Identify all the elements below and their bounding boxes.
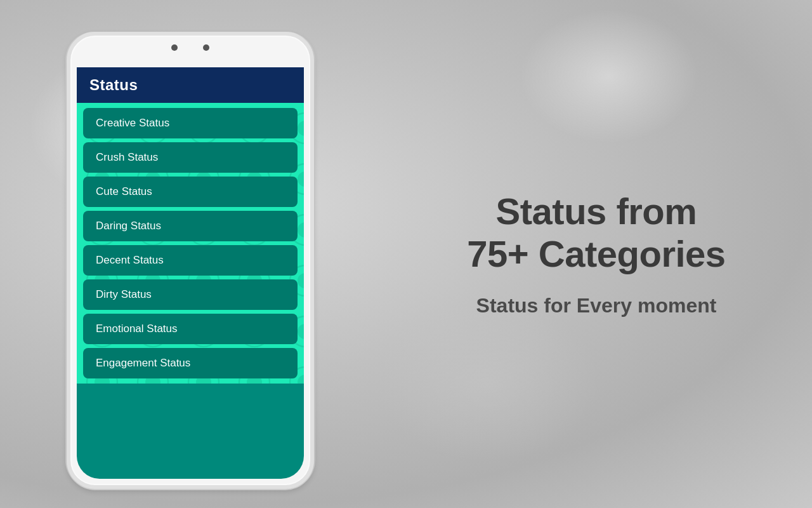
phone-wrapper: Status Creative StatusCrush StatusCute S…: [38, 0, 343, 508]
phone-screen: Status Creative StatusCrush StatusCute S…: [77, 67, 304, 479]
phone-frame: Status Creative StatusCrush StatusCute S…: [67, 32, 314, 489]
list-item[interactable]: Cute Status: [83, 177, 298, 207]
list-item[interactable]: Daring Status: [83, 211, 298, 241]
phone-dot-right: [203, 44, 209, 51]
list-item[interactable]: Creative Status: [83, 108, 298, 138]
app-list: Creative StatusCrush StatusCute StatusDa…: [77, 103, 304, 384]
list-item[interactable]: Engagement Status: [83, 348, 298, 378]
app-header: Status: [77, 67, 304, 103]
right-panel: Status from75+ Categories Status for Eve…: [381, 0, 812, 508]
sub-headline: Status for Every moment: [476, 294, 717, 318]
app-title: Status: [89, 76, 138, 93]
main-headline: Status from75+ Categories: [467, 190, 725, 275]
phone-top-bar: [70, 44, 310, 51]
list-item[interactable]: Decent Status: [83, 245, 298, 276]
list-item[interactable]: Emotional Status: [83, 314, 298, 344]
list-item[interactable]: Crush Status: [83, 142, 298, 173]
list-item[interactable]: Dirty Status: [83, 279, 298, 310]
phone-dot-left: [171, 44, 178, 51]
